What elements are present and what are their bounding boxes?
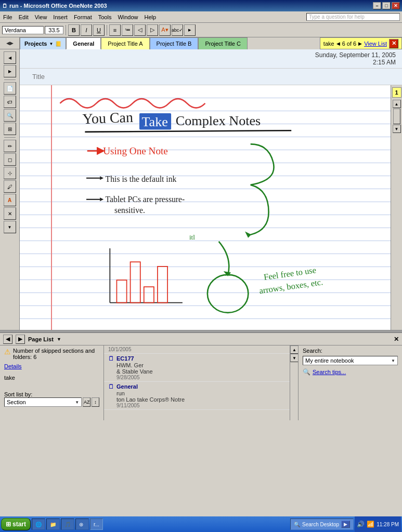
taskbar-clock: 11:28 PM (377, 522, 399, 527)
prev-page-icon[interactable]: ◀ (336, 41, 340, 46)
taskbar-network-icon[interactable]: 📶 (367, 521, 374, 528)
page-item-sub2-1: ton Lao take Corps® Notre (108, 396, 286, 403)
panel-scroll-up[interactable]: ▲ (290, 345, 299, 354)
spellcheck-button[interactable]: abc✓ (172, 24, 183, 36)
menu-format[interactable]: Format (71, 13, 95, 21)
taskbar-ie-icon[interactable]: 🌐 (32, 518, 45, 530)
num-list-button[interactable]: ≔ (122, 24, 133, 36)
page-item-2[interactable]: 🗒 General run ton Lao take Corps® Notre … (104, 382, 290, 410)
sidebar-expand-icon[interactable]: ▼ (4, 221, 16, 233)
menu-edit[interactable]: Edit (16, 13, 32, 21)
scroll-thumb[interactable] (393, 109, 400, 124)
sort-toggle-button[interactable]: ↕ (92, 397, 99, 407)
sidebar-text-icon[interactable]: A (4, 194, 16, 206)
search-dropdown-icon[interactable]: ▼ (391, 358, 395, 363)
highlight-button[interactable]: A▾ (159, 24, 171, 36)
sort-az-button[interactable]: AZ (83, 397, 90, 407)
taskbar-misc-icon[interactable]: ⊛ (75, 518, 89, 530)
page-nav-tab[interactable]: take ◀ 6 of 6 ▶ View List ✕ (320, 37, 402, 49)
svg-text:This is the default ink: This is the default ink (106, 175, 177, 183)
tab-general[interactable]: General (66, 37, 101, 49)
scroll-track (393, 109, 400, 124)
panel-forward-button[interactable]: ▶ (16, 335, 25, 344)
page-item-1[interactable]: 🗒 EC177 HWM. Ger & Stable Vane 9/28/2005 (104, 354, 290, 382)
minimize-button[interactable]: – (373, 2, 381, 9)
taskbar-search-area[interactable]: 🔍 Search Desktop ▶ (290, 518, 354, 530)
scroll-up-button[interactable]: ▲ (393, 100, 401, 108)
sidebar-erase-icon[interactable]: ◻ (4, 153, 16, 166)
svg-text:Complex Notes: Complex Notes (176, 113, 261, 128)
taskbar-volume-icon[interactable]: 🔊 (357, 521, 365, 528)
search-input-area[interactable]: My entire notebook ▼ (303, 356, 398, 365)
tab-project-b[interactable]: Project Title B (150, 37, 199, 49)
sidebar-draw-icon[interactable]: ✏ (4, 140, 16, 152)
menu-tools[interactable]: Tools (95, 13, 115, 21)
handwriting-canvas: You Can Take Complex Notes Using One Not… (20, 85, 391, 330)
view-list-label[interactable]: View List (364, 41, 387, 47)
menu-insert[interactable]: Insert (50, 13, 71, 21)
taskbar-media-icon[interactable]: 🎵 (61, 518, 74, 530)
panel-scroll-down[interactable]: ▼ (290, 354, 299, 362)
panel-dropdown-icon[interactable]: ▼ (57, 337, 61, 342)
help-search-box[interactable]: Type a question for help (306, 13, 400, 21)
panel-back-button[interactable]: ◀ (3, 335, 12, 344)
note-title-input[interactable] (26, 71, 396, 83)
sort-area: Sort list by: Section ▼ AZ ↕ (4, 388, 99, 407)
sidebar-search-icon[interactable]: 🔍 (4, 109, 16, 122)
page-item-0[interactable]: 10/1/2005 (104, 345, 290, 354)
panel-title: Page List (28, 336, 54, 342)
notebook-label[interactable]: Projects ▼ 📒 (20, 37, 66, 49)
note-body[interactable]: You Can Take Complex Notes Using One Not… (20, 85, 391, 330)
sidebar-pen-icon[interactable]: 🖊 (4, 180, 16, 193)
sidebar-page-icon[interactable]: 📄 (4, 82, 16, 95)
details-link-area: Details (4, 363, 99, 369)
maximize-button[interactable]: □ (382, 2, 391, 9)
warning-area: ⚠ Number of skipped sections and folders… (4, 348, 99, 360)
sidebar-table-icon[interactable]: ⊞ (4, 123, 16, 135)
menu-help[interactable]: Help (141, 13, 160, 21)
details-link[interactable]: Details (4, 363, 99, 369)
back-icon: ◀▶ (6, 41, 14, 46)
sidebar-close-icon[interactable]: ✕ (4, 207, 16, 220)
close-button[interactable]: ✕ (392, 2, 400, 9)
taskbar-onenote-button[interactable]: r... (90, 518, 103, 530)
font-size-selector[interactable]: 33.5 (45, 26, 63, 34)
taskbar-folder-icon[interactable]: 📁 (46, 518, 60, 530)
next-page-icon[interactable]: ▶ (358, 41, 362, 46)
tab-project-a[interactable]: Project Title A (101, 37, 149, 49)
bullet-list-button[interactable]: ≡ (109, 24, 121, 36)
indent-dec-button[interactable]: ◁ (134, 24, 146, 36)
extra-button[interactable]: ▸ (184, 24, 196, 36)
taskbar-onenote-icon: r... (94, 522, 99, 527)
taskbar-search-go[interactable]: ▶ (341, 521, 350, 528)
toolbar: Verdana 33.5 B I U ≡ ≔ ◁ ▷ A▾ abc✓ ▸ (0, 23, 402, 37)
indent-inc-button[interactable]: ▷ (147, 24, 158, 36)
menu-window[interactable]: Window (114, 13, 141, 21)
sort-selector[interactable]: Section ▼ AZ ↕ (4, 397, 99, 407)
search-label: Search: (303, 348, 398, 354)
menu-view[interactable]: View (32, 13, 50, 21)
sidebar-btn-1[interactable]: ◀ (4, 51, 16, 64)
search-tips-link[interactable]: Search tips... (313, 369, 346, 375)
take-label: take (4, 375, 15, 381)
windows-icon: ⊞ (6, 521, 11, 528)
font-name-selector[interactable]: Verdana (2, 26, 44, 34)
italic-button[interactable]: I (81, 24, 92, 36)
panel-close-button[interactable]: ✕ (394, 336, 399, 343)
sidebar-select-icon[interactable]: ⊹ (4, 167, 16, 179)
svg-rect-17 (116, 280, 126, 303)
bold-button[interactable]: B (68, 24, 80, 36)
svg-text:Using One Note: Using One Note (103, 145, 168, 156)
tab-project-c[interactable]: Project Title C (198, 37, 247, 49)
scroll-down-button[interactable]: ▼ (393, 125, 401, 133)
menu-file[interactable]: File (0, 13, 16, 21)
close-tab-button[interactable]: ✕ (389, 39, 398, 48)
sort-select-control[interactable]: Section ▼ (4, 397, 82, 407)
svg-text:Take: Take (141, 114, 167, 129)
sidebar-tag-icon[interactable]: 🏷 (4, 96, 16, 108)
underline-button[interactable]: U (93, 24, 105, 36)
start-button[interactable]: ⊞ start (1, 518, 31, 530)
sidebar-btn-2[interactable]: ▶ (4, 65, 16, 77)
svg-text:Tablet PCs are pressure-: Tablet PCs are pressure- (106, 195, 185, 204)
dropdown-icon: ▼ (49, 42, 53, 46)
